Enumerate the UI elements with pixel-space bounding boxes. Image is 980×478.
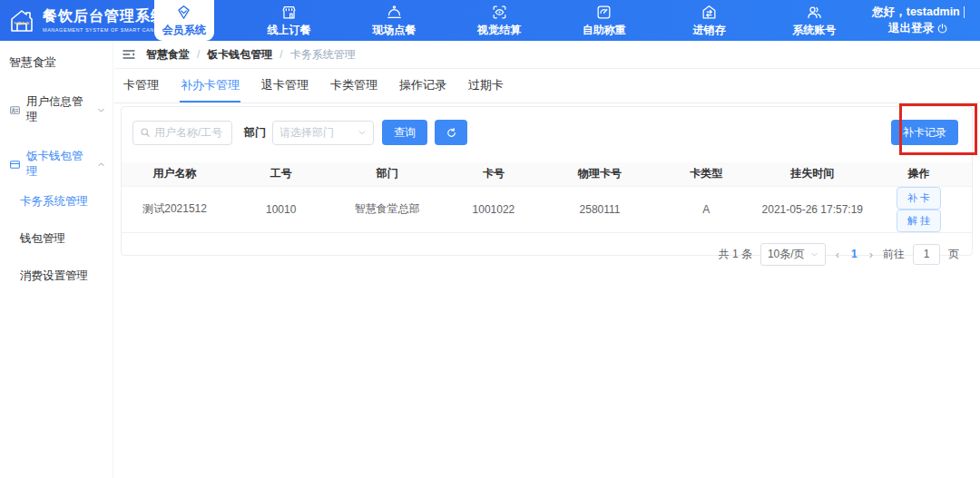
logout-icon xyxy=(936,23,948,34)
nav-label: 现场点餐 xyxy=(372,23,416,38)
table-header-row: 用户名称 工号 部门 卡号 物理卡号 卡类型 挂失时间 操作 xyxy=(122,162,972,186)
tab-card-type-management[interactable]: 卡类管理 xyxy=(329,69,378,102)
cell-user-name: 测试2021512 xyxy=(122,186,228,232)
sidebar-item-label: 用户信息管理 xyxy=(26,94,92,125)
inventory-transfer-icon xyxy=(701,4,718,21)
page-size-select[interactable]: 10条/页 xyxy=(760,243,826,266)
top-nav: 会员系统 线上订餐 现场点餐 xyxy=(132,0,867,41)
col-emp-no: 工号 xyxy=(228,162,334,186)
tab-expired-cards[interactable]: 过期卡 xyxy=(467,69,505,102)
goto-page-input[interactable] xyxy=(913,244,940,265)
cell-card-no: 1001022 xyxy=(440,186,546,232)
nav-item-vision-checkout[interactable]: 视觉结算 xyxy=(446,0,552,41)
membership-diamond-icon xyxy=(175,4,192,21)
reissue-record-button[interactable]: 补卡记录 xyxy=(891,120,958,145)
sidebar-fold-icon[interactable] xyxy=(122,47,136,62)
cards-table: 用户名称 工号 部门 卡号 物理卡号 卡类型 挂失时间 操作 测试2021512… xyxy=(122,162,972,233)
refresh-button[interactable] xyxy=(435,120,467,145)
tab-reissue-card-management[interactable]: 补办卡管理 xyxy=(180,69,240,102)
sidebar-subitem-consume-settings[interactable]: 消费设置管理 xyxy=(0,258,113,295)
dept-select[interactable]: 请选择部门 xyxy=(272,121,374,145)
sidebar-submenu: 卡务系统管理 钱包管理 消费设置管理 xyxy=(0,183,113,295)
system-accounts-users-icon xyxy=(806,4,823,21)
dept-label: 部门 xyxy=(244,125,266,141)
cell-physical-card-no: 2580111 xyxy=(547,186,653,232)
breadcrumb: 智慧食堂 / 饭卡钱包管理 / 卡务系统管理 xyxy=(146,47,356,63)
logout-button[interactable]: 退出登录 xyxy=(888,21,948,36)
onsite-dining-cloche-icon xyxy=(386,4,403,21)
sidebar-subitem-wallet[interactable]: 钱包管理 xyxy=(0,220,113,258)
chevron-up-icon xyxy=(97,161,105,169)
content-card: 部门 请选择部门 查询 补卡记录 用户名称 xyxy=(121,106,973,256)
logo-badge-text: 智慧食堂 xyxy=(14,21,30,25)
wallet-card-icon xyxy=(9,159,21,171)
tab-card-management[interactable]: 卡管理 xyxy=(122,69,160,102)
nav-item-system-accounts[interactable]: 系统账号 xyxy=(761,0,867,41)
keyword-search-input[interactable] xyxy=(154,126,225,139)
divider xyxy=(964,6,965,18)
prev-page-button[interactable]: ‹ xyxy=(834,248,841,261)
self-weighing-scale-icon xyxy=(595,4,612,21)
breadcrumb-item[interactable]: 智慧食堂 xyxy=(146,47,190,63)
col-actions: 操作 xyxy=(866,162,972,186)
nav-item-inventory[interactable]: 进销存 xyxy=(657,0,762,41)
nav-item-membership[interactable]: 会员系统 xyxy=(132,0,237,41)
col-card-no: 卡号 xyxy=(440,162,546,186)
sidebar-item-user-info[interactable]: 用户信息管理 xyxy=(0,94,113,125)
unfreeze-card-button[interactable]: 解挂 xyxy=(897,210,941,232)
main-content: 智慧食堂 / 饭卡钱包管理 / 卡务系统管理 卡管理 补办卡管理 退卡管理 卡类… xyxy=(114,41,980,478)
refresh-icon xyxy=(446,127,457,139)
nav-item-onsite-dining[interactable]: 现场点餐 xyxy=(341,0,446,41)
goto-label: 前往 xyxy=(883,247,905,262)
page-unit-label: 页 xyxy=(948,247,959,262)
table-row: 测试2021512 10010 智慧食堂总部 1001022 2580111 A… xyxy=(122,186,972,232)
user-greeting: 您好，testadmin xyxy=(872,5,960,20)
breadcrumb-item-current: 卡务系统管理 xyxy=(290,47,356,63)
id-card-icon xyxy=(9,104,21,116)
tabs-row: 卡管理 补办卡管理 退卡管理 卡类管理 操作记录 过期卡 xyxy=(114,69,980,103)
sidebar-item-card-wallet[interactable]: 饭卡钱包管理 xyxy=(0,149,113,180)
nav-label: 系统账号 xyxy=(792,23,836,38)
chevron-down-icon xyxy=(810,250,818,259)
search-button[interactable]: 查询 xyxy=(382,120,427,145)
smart-canteen-house-icon: 智慧食堂 xyxy=(7,6,36,35)
filter-row: 部门 请选择部门 查询 补卡记录 xyxy=(122,107,972,145)
cell-loss-time: 2021-05-26 17:57:19 xyxy=(760,186,866,232)
col-physical-card-no: 物理卡号 xyxy=(547,162,653,186)
cell-card-type: A xyxy=(653,186,760,232)
nav-item-self-weighing[interactable]: 自助称重 xyxy=(552,0,657,41)
col-loss-time: 挂失时间 xyxy=(760,162,866,186)
nav-label: 线上订餐 xyxy=(268,23,311,38)
sidebar-item-label: 饭卡钱包管理 xyxy=(26,149,92,180)
tab-operation-log[interactable]: 操作记录 xyxy=(398,69,447,102)
user-area: 您好，testadmin 退出登录 xyxy=(858,0,978,41)
next-page-button[interactable]: › xyxy=(867,248,875,261)
tab-return-card-management[interactable]: 退卡管理 xyxy=(260,69,309,102)
cell-actions: 补卡 解挂 xyxy=(866,186,972,232)
reissue-card-button[interactable]: 补卡 xyxy=(897,187,941,210)
breadcrumb-bar: 智慧食堂 / 饭卡钱包管理 / 卡务系统管理 xyxy=(114,41,980,69)
keyword-search-box xyxy=(132,121,232,145)
nav-label: 进销存 xyxy=(692,23,725,38)
col-card-type: 卡类型 xyxy=(653,162,760,186)
online-order-storefront-icon xyxy=(280,4,298,21)
breadcrumb-item[interactable]: 饭卡钱包管理 xyxy=(207,47,272,63)
vision-checkout-eye-icon xyxy=(491,4,508,21)
breadcrumb-separator: / xyxy=(197,48,200,61)
pagination-total: 共 1 条 xyxy=(719,247,752,262)
page-number-1[interactable]: 1 xyxy=(849,248,859,260)
nav-item-online-order[interactable]: 线上订餐 xyxy=(237,0,342,41)
nav-label: 会员系统 xyxy=(162,23,206,38)
cell-emp-no: 10010 xyxy=(228,186,334,232)
col-dept: 部门 xyxy=(334,162,440,186)
nav-label: 视觉结算 xyxy=(477,23,521,38)
chevron-down-icon xyxy=(358,128,367,137)
page-size-value: 10条/页 xyxy=(768,247,805,262)
sidebar-title: 智慧食堂 xyxy=(0,41,113,71)
nav-label: 自助称重 xyxy=(583,23,626,38)
chevron-down-icon xyxy=(97,106,105,114)
search-icon xyxy=(140,127,151,138)
dept-select-placeholder: 请选择部门 xyxy=(279,125,358,141)
logout-label: 退出登录 xyxy=(888,21,934,36)
sidebar-subitem-card-system[interactable]: 卡务系统管理 xyxy=(0,183,113,220)
